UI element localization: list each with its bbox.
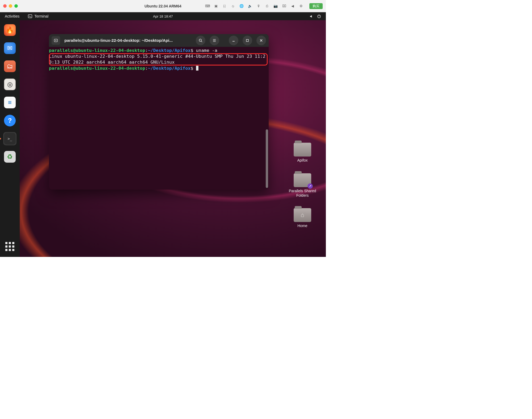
search-icon — [198, 38, 203, 43]
minimize-window-icon[interactable] — [9, 4, 12, 8]
search-button[interactable] — [196, 36, 205, 45]
volume-icon[interactable]: 🔈 — [248, 4, 252, 9]
link-emblem-icon: ↗ — [307, 183, 313, 189]
new-tab-button[interactable] — [52, 36, 60, 45]
keyboard-icon[interactable]: ⌨ — [205, 4, 210, 9]
folder-icon: ⌂ — [294, 208, 311, 222]
new-tab-icon — [54, 38, 58, 43]
maximize-icon — [245, 38, 250, 43]
desktop-icon-label: Apifox — [297, 158, 308, 163]
system-status-area[interactable] — [309, 14, 321, 18]
prompt-sep: : — [145, 65, 148, 71]
prompt-user: parallels@ubuntu-linux-22-04-desktop — [49, 48, 145, 53]
no-network-icon[interactable]: ⦸ — [231, 4, 235, 9]
terminal-window: parallels@ubuntu-linux-22-04-desktop: ~/… — [49, 34, 269, 190]
usb-icon[interactable]: ⍇ — [222, 4, 227, 9]
camera-icon[interactable]: 📷 — [273, 4, 278, 9]
close-icon — [259, 38, 263, 43]
desktop-folder-parallels-shared[interactable]: ↗ Parallels Shared Folders — [284, 173, 321, 198]
globe-icon[interactable]: 🌐 — [239, 4, 244, 9]
show-apps-button[interactable] — [5, 242, 14, 251]
zoom-window-icon[interactable] — [14, 4, 18, 8]
prompt-symbol: $ — [190, 65, 193, 71]
printer-icon[interactable]: ⎙ — [265, 4, 269, 9]
terminal-output[interactable]: parallels@ubuntu-linux-22-04-desktop:~/D… — [49, 47, 269, 190]
cpu-icon[interactable]: ▣ — [214, 4, 218, 9]
desktop[interactable]: 🔥 ✉ 🗂 ◎ ≡ ? >_ ♻ Apifox ↗ Parallels Shar… — [0, 20, 326, 257]
desktop-icon-label: Parallels Shared Folders — [284, 189, 321, 198]
maximize-button[interactable] — [243, 36, 252, 45]
prompt-user: parallels@ubuntu-linux-22-04-desktop — [49, 65, 145, 71]
svg-rect-5 — [246, 39, 248, 42]
prompt-path: ~/Desktop/Apifox — [148, 65, 191, 71]
dock-help[interactable]: ? — [3, 114, 16, 127]
host-menu-icons: ⌨ ▣ ⍇ ⦸ 🌐 🔈 🎙 ⎙ 📷 ⌧ ◀ ⚙ 购买 — [205, 3, 323, 9]
volume-icon — [309, 14, 313, 18]
gnome-top-bar: Activities Terminal Apr 18 18:47 — [0, 12, 326, 20]
screen-icon[interactable]: ⌧ — [282, 4, 286, 9]
hamburger-icon — [212, 38, 217, 43]
activities-button[interactable]: Activities — [5, 14, 19, 18]
dock-files[interactable]: 🗂 — [3, 60, 16, 73]
dock-thunderbird[interactable]: ✉ — [3, 42, 16, 55]
power-icon — [317, 14, 321, 18]
dock-terminal[interactable]: >_ — [3, 132, 16, 145]
clock[interactable]: Apr 18 18:47 — [0, 14, 326, 18]
minimize-button[interactable] — [229, 36, 238, 45]
svg-rect-0 — [28, 15, 32, 18]
uname-output: Linux ubuntu-linux-22-04-desktop 5.15.0-… — [49, 54, 265, 65]
terminal-icon — [28, 14, 32, 18]
dock: 🔥 ✉ 🗂 ◎ ≡ ? >_ ♻ — [0, 20, 20, 257]
cursor — [196, 66, 198, 71]
traffic-lights — [3, 4, 18, 8]
dock-libreoffice[interactable]: ≡ — [3, 96, 16, 109]
caret-left-icon[interactable]: ◀ — [290, 4, 295, 9]
dock-trash[interactable]: ♻ — [3, 150, 16, 163]
command-text: uname -a — [193, 48, 217, 53]
desktop-folder-apifox[interactable]: Apifox — [284, 143, 321, 163]
buy-button[interactable]: 购买 — [309, 3, 323, 9]
gear-icon[interactable]: ⚙ — [299, 4, 304, 9]
current-app-label: Terminal — [34, 14, 48, 18]
folder-icon — [294, 143, 311, 157]
dock-firefox[interactable]: 🔥 — [3, 23, 16, 37]
prompt-path: ~/Desktop/Apifox — [148, 48, 191, 53]
current-app-indicator[interactable]: Terminal — [28, 14, 48, 18]
mic-icon[interactable]: 🎙 — [256, 4, 261, 9]
svg-rect-2 — [319, 15, 319, 16]
desktop-folder-home[interactable]: ⌂ Home — [284, 208, 321, 228]
prompt-symbol: $ — [190, 48, 193, 53]
terminal-title: parallels@ubuntu-linux-22-04-desktop: ~/… — [62, 38, 192, 43]
svg-point-4 — [199, 39, 202, 42]
scrollbar[interactable] — [266, 129, 268, 188]
host-chrome: Ubuntu 22.04 ARM64 ⌨ ▣ ⍇ ⦸ 🌐 🔈 🎙 ⎙ 📷 ⌧ ◀… — [0, 0, 326, 12]
hamburger-menu-button[interactable] — [210, 36, 219, 45]
dock-rhythmbox[interactable]: ◎ — [3, 78, 16, 91]
prompt-sep: : — [145, 48, 148, 53]
minimize-icon — [231, 38, 236, 43]
desktop-icons: Apifox ↗ Parallels Shared Folders ⌂ Home — [284, 143, 321, 228]
close-window-icon[interactable] — [3, 4, 7, 8]
folder-icon: ↗ — [294, 173, 311, 187]
terminal-titlebar[interactable]: parallels@ubuntu-linux-22-04-desktop: ~/… — [49, 34, 269, 47]
close-button[interactable] — [256, 36, 266, 45]
desktop-icon-label: Home — [297, 224, 307, 228]
